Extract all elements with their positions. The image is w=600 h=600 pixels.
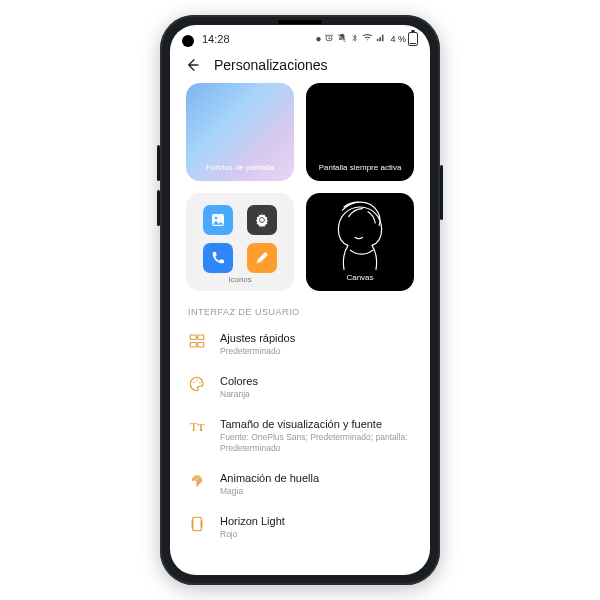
dnd-icon: ● [315, 34, 321, 44]
row-colors[interactable]: Colores Naranja [170, 366, 430, 409]
tile-label: Canvas [340, 273, 379, 283]
row-title: Ajustes rápidos [220, 331, 412, 345]
silent-icon [337, 33, 347, 45]
row-horizon-light[interactable]: Horizon Light Rojo [170, 506, 430, 549]
row-subtitle: Naranja [220, 389, 412, 400]
svg-rect-10 [193, 517, 202, 531]
row-subtitle: Rojo [220, 529, 412, 540]
signal-icon [376, 33, 386, 45]
horizon-light-icon [188, 515, 206, 533]
power-button[interactable] [440, 165, 443, 220]
row-title: Tamaño de visualización y fuente [220, 417, 412, 431]
page-header: Personalizaciones [170, 53, 430, 83]
tile-canvas[interactable]: Canvas [306, 193, 414, 291]
font-size-icon: TT [188, 418, 206, 436]
svg-rect-6 [198, 343, 204, 348]
svg-point-1 [215, 217, 218, 220]
row-title: Colores [220, 374, 412, 388]
svg-rect-5 [190, 343, 196, 348]
tile-always-on-display[interactable]: Pantalla siempre activa [306, 83, 414, 181]
bluetooth-icon [350, 33, 359, 45]
svg-rect-3 [190, 335, 196, 340]
back-button[interactable] [184, 57, 200, 73]
status-clock: 14:28 [202, 33, 230, 45]
palette-icon [188, 375, 206, 393]
svg-point-2 [260, 218, 264, 222]
battery-percent: 4 % [390, 34, 406, 44]
phone-frame: 14:28 ● 4 % [160, 15, 440, 585]
row-subtitle: Magia [220, 486, 412, 497]
section-header-ui: INTERFAZ DE USUARIO [170, 291, 430, 323]
svg-rect-4 [198, 335, 204, 340]
notes-icon [247, 243, 277, 273]
tile-label: Iconos [186, 275, 294, 285]
row-title: Animación de huella [220, 471, 412, 485]
row-fingerprint-animation[interactable]: Animación de huella Magia [170, 463, 430, 506]
svg-point-8 [196, 379, 198, 381]
volume-down-button[interactable] [157, 190, 160, 226]
screen: 14:28 ● 4 % [170, 25, 430, 575]
battery-indicator: 4 % [390, 32, 418, 46]
svg-point-9 [199, 382, 201, 384]
page-title: Personalizaciones [214, 57, 328, 73]
row-subtitle: Fuente: OnePlus Sans; Predeterminado; pa… [220, 432, 412, 455]
svg-point-7 [193, 382, 195, 384]
row-font-size[interactable]: TT Tamaño de visualización y fuente Fuen… [170, 409, 430, 463]
fingerprint-icon [188, 472, 206, 490]
tile-icons[interactable]: Iconos [186, 193, 294, 291]
personalization-grid: Fondos de pantalla Pantalla siempre acti… [170, 83, 430, 291]
tile-label: Pantalla siempre activa [313, 163, 408, 173]
quick-settings-icon [188, 332, 206, 350]
gallery-icon [203, 205, 233, 235]
row-subtitle: Predeterminado [220, 346, 412, 357]
phone-icon [203, 243, 233, 273]
settings-icon [247, 205, 277, 235]
row-quick-settings[interactable]: Ajustes rápidos Predeterminado [170, 323, 430, 366]
wifi-icon [362, 33, 373, 45]
volume-up-button[interactable] [157, 145, 160, 181]
alarm-icon [324, 33, 334, 45]
canvas-portrait-icon [320, 199, 400, 271]
status-bar: 14:28 ● 4 % [170, 25, 430, 53]
row-title: Horizon Light [220, 514, 412, 528]
tile-label: Fondos de pantalla [200, 163, 280, 173]
camera-punch-hole [182, 35, 194, 47]
tile-wallpapers[interactable]: Fondos de pantalla [186, 83, 294, 181]
